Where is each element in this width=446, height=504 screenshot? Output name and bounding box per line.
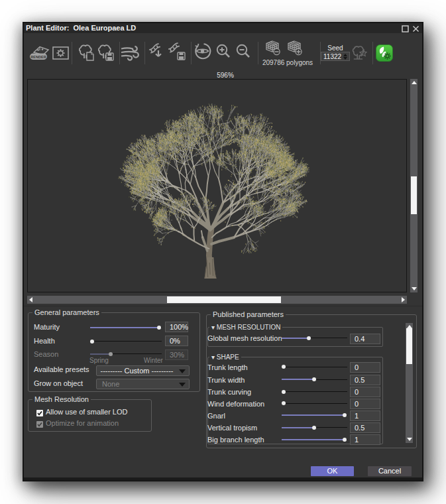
svg-text:RENDER: RENDER <box>30 55 46 59</box>
